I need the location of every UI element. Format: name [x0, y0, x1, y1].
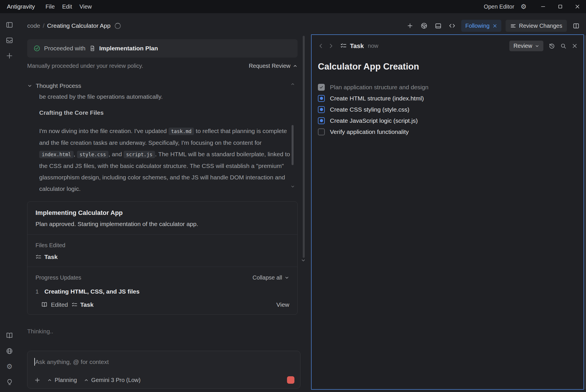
thought-scrollbar-thumb[interactable] [292, 125, 294, 165]
book-open-icon [41, 302, 47, 308]
menu-file[interactable]: File [42, 2, 58, 11]
checkbox-in-progress-icon[interactable] [318, 106, 325, 113]
menu-edit[interactable]: Edit [58, 2, 76, 11]
model-label: Gemini 3 Pro (Low) [91, 377, 140, 383]
step-number: 1 [35, 288, 39, 295]
task-item-label: Verify application functionality [330, 128, 409, 135]
code-view-icon[interactable] [447, 21, 457, 31]
close-panel-icon[interactable] [572, 43, 578, 49]
task-panel-scrollbar-thumb[interactable] [585, 35, 586, 389]
composer: Planning Gemini 3 Pro (Low) [27, 351, 300, 389]
close-window-button[interactable] [569, 0, 586, 13]
checklist-icon [72, 302, 78, 308]
open-editor-button[interactable]: Open Editor [484, 3, 514, 10]
model-selector[interactable]: Gemini 3 Pro (Low) [84, 377, 140, 383]
app-menu-antigravity[interactable]: Antigravity [5, 2, 37, 11]
history-icon[interactable] [549, 43, 555, 49]
thought-process-title: Thought Process [36, 82, 81, 89]
edited-file-row: Edited Task View [41, 301, 289, 308]
task-item[interactable]: Create CSS styling (style.css) [318, 104, 578, 115]
document-icon [89, 45, 96, 52]
review-changes-button[interactable]: Review Changes [506, 20, 567, 32]
new-tab-plus-icon[interactable] [405, 21, 415, 31]
checkbox-in-progress-icon[interactable] [318, 117, 325, 124]
stop-button[interactable] [287, 376, 294, 384]
conversation-title[interactable]: Creating Calculator App [47, 22, 110, 29]
code-chip-task-md[interactable]: task.md [169, 128, 194, 135]
files-edited-task-label: Task [44, 254, 58, 260]
thought-subheading: Crafting the Core Files [39, 107, 291, 118]
diff-lines-icon [510, 23, 516, 29]
view-link[interactable]: View [276, 301, 289, 308]
checklist-icon [340, 43, 347, 49]
breadcrumb-workspace[interactable]: code [27, 22, 40, 29]
composer-controls: Planning Gemini 3 Pro (Low) [34, 376, 294, 384]
task-tab-title: Task [350, 42, 364, 50]
browser-globe-icon[interactable] [0, 343, 19, 359]
thought-intro-line: be created by the file operations automa… [39, 91, 291, 102]
implementation-plan-link[interactable]: Implementation Plan [99, 45, 158, 52]
menu-view[interactable]: View [76, 2, 96, 11]
terminal-panel-icon[interactable] [433, 21, 443, 31]
scroll-to-bottom-icon[interactable] [301, 258, 306, 263]
implementation-card-title: Implementing Calculator App [35, 209, 289, 217]
mode-selector[interactable]: Planning [47, 377, 77, 383]
chat-input[interactable] [35, 359, 270, 365]
checkbox-in-progress-icon[interactable] [318, 95, 325, 102]
minimize-button[interactable] [534, 0, 552, 13]
sidebar-toggle-icon[interactable] [0, 17, 19, 33]
review-changes-label: Review Changes [519, 23, 562, 29]
checkbox-empty-icon[interactable] [318, 128, 325, 135]
settings-gear-icon[interactable]: ⚙ [520, 3, 526, 10]
collapse-all-label: Collapse all [253, 274, 282, 281]
chrome-browser-icon[interactable] [419, 21, 429, 31]
task-item[interactable]: Verify application functionality [318, 126, 578, 137]
collapse-all-button[interactable]: Collapse all [253, 274, 289, 281]
files-edited-task-item[interactable]: Task [35, 254, 289, 260]
chat-scrollbar-thumb[interactable] [303, 36, 305, 258]
task-item-label: Create HTML structure (index.html) [330, 95, 424, 102]
attach-plus-icon[interactable] [34, 377, 40, 383]
nav-back-icon[interactable] [318, 43, 324, 49]
settings-gear-icon[interactable]: ⚙ [0, 359, 19, 374]
thought-process-toggle[interactable]: Thought Process [27, 82, 298, 89]
thought-text: , [74, 151, 77, 157]
titlebar: Antigravity File Edit View Open Editor ⚙ [0, 0, 586, 13]
task-item[interactable]: Create JavaScript logic (script.js) [318, 115, 578, 126]
following-tab[interactable]: Following [461, 20, 501, 32]
code-chip-style-css[interactable]: style.css [77, 151, 108, 158]
thought-paragraph: I'm now diving into the file creation. I… [39, 125, 291, 195]
split-editor-icon[interactable] [571, 21, 581, 31]
files-edited-section: Files Edited Task [27, 234, 297, 267]
inbox-icon[interactable] [0, 33, 19, 48]
edited-task-link[interactable]: Task [80, 301, 94, 308]
docs-book-icon[interactable] [0, 328, 19, 343]
scroll-down-arrow-icon[interactable] [290, 184, 295, 189]
task-item[interactable]: Plan application structure and design [318, 82, 578, 93]
code-chip-index-html[interactable]: index.html [39, 151, 74, 158]
code-chip-script-js[interactable]: script.js [124, 151, 155, 158]
request-review-button[interactable]: Request Review [249, 63, 298, 69]
checkbox-checked-icon[interactable] [318, 84, 325, 91]
thinking-status: Thinking.. [27, 328, 298, 335]
agent-chat-panel: Proceeded with Implementation Plan Manua… [19, 34, 309, 392]
maximize-button[interactable] [552, 0, 569, 13]
task-item[interactable]: Create HTML structure (index.html) [318, 93, 578, 104]
nav-forward-icon[interactable] [328, 43, 334, 49]
thought-text: I'm now diving into the file creation. I… [39, 128, 169, 134]
review-label: Review [513, 43, 532, 49]
implementation-card-header: Implementing Calculator App Plan approve… [27, 202, 297, 234]
new-conversation-plus-icon[interactable] [0, 48, 19, 64]
scroll-up-arrow-icon[interactable] [290, 82, 295, 86]
review-dropdown-button[interactable]: Review [509, 41, 543, 51]
proceeded-card[interactable]: Proceeded with Implementation Plan [27, 39, 298, 58]
task-item-label: Create JavaScript logic (script.js) [330, 117, 418, 124]
breadcrumb: code / Creating Calculator App [27, 22, 121, 29]
following-close-icon[interactable] [492, 23, 497, 28]
implementation-card-subtitle: Plan approved. Starting implementation o… [35, 220, 289, 228]
chevron-down-icon [535, 44, 539, 48]
search-icon[interactable] [560, 43, 567, 49]
task-heading: Calculator App Creation [318, 62, 578, 72]
lightbulb-icon[interactable] [0, 374, 19, 390]
proceeded-prefix: Proceeded with [44, 45, 86, 52]
